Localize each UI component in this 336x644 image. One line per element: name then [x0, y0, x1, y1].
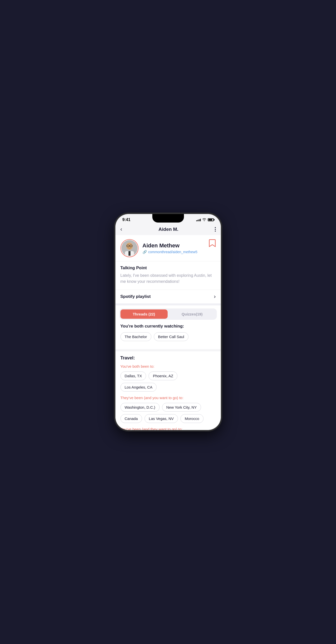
svg-line-7 [126, 246, 127, 246]
spotify-label: Spotify playlist [120, 294, 151, 299]
shows-list: The Bachelor Better Call Saul [120, 332, 216, 341]
place-canada: Canada [120, 414, 142, 423]
profile-name: Aiden Methew [143, 242, 216, 249]
wifi-icon [202, 218, 206, 222]
profile-info: Aiden Methew 🔗 commonthread/aiden_methew… [143, 242, 216, 254]
main-content: Aiden Methew 🔗 commonthread/aiden_methew… [115, 235, 221, 430]
phone-frame: 9:41 [115, 214, 221, 430]
place-nyc: New York City, NY [162, 403, 201, 412]
phone-screen: 9:41 [115, 214, 221, 430]
profile-link[interactable]: 🔗 commonthread/aiden_methew5 [143, 250, 216, 254]
avatar-ring [120, 239, 139, 257]
talking-point-title: Talking Point [120, 265, 216, 271]
back-button[interactable]: ‹ [120, 226, 122, 233]
bookmark-button[interactable] [209, 239, 216, 249]
tabs-row: Threads (22) Quizzes(19) [119, 308, 217, 320]
svg-line-8 [132, 246, 132, 246]
threads-content: You're both currently watching: The Bach… [115, 320, 221, 349]
svg-rect-3 [128, 251, 130, 256]
section-divider [115, 350, 221, 350]
spotify-section[interactable]: Spotify playlist › [115, 290, 221, 303]
you-been-they-want-label: You've been (and they want to go) to: [120, 427, 216, 430]
place-washington: Washington, D.C.) [120, 403, 160, 412]
tab-quizzes[interactable]: Quizzes(19) [169, 309, 216, 319]
they-been-list: Washington, D.C.) New York City, NY Cana… [120, 403, 216, 423]
avatar-wrapper [120, 239, 139, 257]
show-tag-bachelor: The Bachelor [120, 332, 151, 341]
profile-section: Aiden Methew 🔗 commonthread/aiden_methew… [115, 235, 221, 261]
they-been-you-want-label: They've been (and you want to go) to: [120, 396, 216, 400]
currently-watching-label: You're both currently watching: [120, 324, 216, 329]
place-dallas: Dallas, TX [120, 371, 146, 380]
talking-point-section: Talking Point Lately, I've been obsessed… [115, 261, 221, 290]
svg-point-1 [126, 243, 133, 250]
status-time: 9:41 [122, 218, 130, 222]
more-menu-button[interactable] [215, 227, 216, 232]
tab-threads[interactable]: Threads (22) [120, 309, 168, 319]
nav-bar: ‹ Aiden M. [115, 224, 221, 235]
tabs-section: Threads (22) Quizzes(19) [115, 303, 221, 320]
show-tag-bcs: Better Call Saul [154, 332, 188, 341]
chevron-right-icon: › [214, 293, 216, 300]
both-been-to-label: You've both been to: [120, 364, 216, 368]
place-morocco: Morocco [180, 414, 204, 423]
page-title: Aiden M. [159, 227, 178, 232]
status-icons [196, 218, 214, 222]
notch [152, 214, 184, 223]
link-icon: 🔗 [143, 250, 147, 254]
signal-icon [196, 218, 201, 221]
place-phoenix-az: Phoenix, AZ [149, 371, 177, 380]
both-been-to-list: Dallas, TX Phoenix, AZ Los Angeles, CA [120, 371, 216, 392]
place-la: Los Angeles, CA [120, 383, 157, 392]
battery-icon [208, 218, 214, 221]
username-link[interactable]: commonthread/aiden_methew5 [148, 250, 197, 254]
travel-section: Travel: You've both been to: Dallas, TX … [115, 351, 221, 430]
travel-title: Travel: [120, 355, 216, 361]
place-las-vegas: Las Vegas, NV [145, 414, 178, 423]
status-bar: 9:41 [115, 214, 221, 224]
talking-point-text: Lately, I've been obsessed with explorin… [120, 273, 216, 285]
avatar [121, 240, 138, 256]
